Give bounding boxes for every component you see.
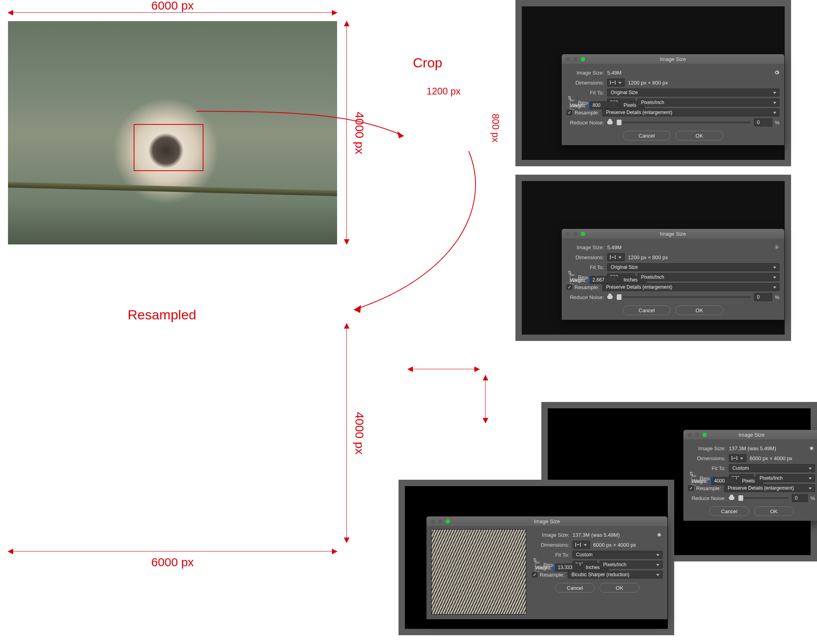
fit-to-select[interactable]: Original Size — [607, 89, 780, 97]
image-size-dialog-1: Image Size Image Size: 5.49M Dimensions:… — [562, 54, 784, 145]
dim-label-resampled-height: 4000 px — [353, 323, 366, 543]
height-label: Height: — [692, 478, 711, 484]
gear-icon[interactable] — [774, 70, 780, 75]
height-input[interactable] — [711, 477, 736, 485]
reduce-noise-label: Reduce Noise: — [566, 294, 607, 300]
resample-checkbox[interactable]: ✓ — [532, 572, 537, 577]
dialog-titlebar[interactable]: Image Size — [562, 229, 784, 238]
reduce-noise-input[interactable] — [792, 494, 808, 502]
resampled-title: Resampled — [128, 307, 196, 323]
link-icon[interactable]: ⇅ — [567, 270, 572, 276]
fit-to-select[interactable]: Custom — [729, 464, 815, 472]
cropped-bird-image — [408, 327, 480, 375]
reduce-noise-slider[interactable] — [617, 296, 751, 298]
dimensions-unit-menu[interactable] — [607, 253, 625, 261]
dimensions-label: Dimensions: — [688, 455, 729, 461]
gear-icon[interactable] — [774, 244, 780, 250]
resolution-unit-select[interactable]: Pixels/Inch — [637, 98, 780, 106]
dimensions-unit-menu[interactable] — [572, 541, 590, 549]
resample-method-select[interactable]: Preserve Details (enlargement) — [724, 484, 815, 492]
dimensions-unit-menu[interactable] — [729, 454, 746, 462]
ok-button[interactable]: OK — [600, 583, 639, 593]
height-label: Height: — [570, 102, 590, 108]
percent-suffix: % — [810, 495, 815, 501]
cancel-button[interactable]: Cancel — [555, 583, 595, 593]
resolution-unit-select[interactable]: Pixels/Inch — [637, 273, 780, 281]
image-size-value: 137.3M (was 5.49M) — [572, 532, 620, 538]
link-icon[interactable]: ⇅ — [567, 95, 572, 101]
reduce-noise-label: Reduce Noise: — [688, 495, 729, 501]
reduce-noise-input[interactable] — [754, 118, 772, 126]
dim-arrow-crop-height — [485, 375, 485, 423]
reduce-noise-slider[interactable] — [738, 497, 789, 499]
ok-button[interactable]: OK — [675, 131, 723, 140]
height-label: Height: — [570, 277, 590, 283]
image-size-value: 5.49M — [607, 70, 622, 76]
ps-window-4: Image Size Image Size: 137.3M (was 5.49M… — [399, 480, 674, 635]
dialog-titlebar[interactable]: Image Size — [562, 54, 784, 64]
resampled-bird-image — [8, 595, 337, 644]
dimensions-icon — [575, 543, 581, 547]
resolution-unit-select[interactable]: Pixels/Inch — [600, 561, 663, 569]
gear-icon[interactable]: ✱ — [809, 445, 815, 451]
resample-label: Resample: — [574, 110, 599, 116]
height-label: Height: — [535, 565, 555, 571]
dim-arrow-resampled-width — [8, 551, 337, 551]
height-input[interactable] — [590, 101, 618, 109]
gear-icon[interactable]: ✱ — [657, 532, 663, 538]
percent-suffix: % — [775, 294, 780, 300]
image-size-label: Image Size: — [566, 70, 607, 76]
link-icon[interactable]: ⇅ — [689, 471, 694, 477]
dimensions-value: 6000 px × 4000 px — [750, 455, 792, 461]
dim-arrow-resampled-height — [346, 323, 347, 543]
dialog-titlebar[interactable]: Image Size — [683, 430, 817, 439]
dim-label-resampled-width: 6000 px — [8, 555, 337, 569]
image-size-value: 5.49M — [607, 244, 622, 250]
resample-label: Resample: — [540, 572, 564, 578]
fit-to-label: Fit To: — [688, 465, 729, 471]
dimensions-unit-menu[interactable] — [607, 79, 625, 87]
resample-method-select[interactable]: Preserve Details (enlargement) — [602, 283, 780, 291]
resample-checkbox[interactable]: ✓ — [688, 485, 694, 491]
resample-method-select[interactable]: Bicubic Sharper (reduction) — [568, 571, 663, 579]
noise-icon — [607, 295, 613, 299]
ok-button[interactable]: OK — [754, 506, 794, 516]
cancel-button[interactable]: Cancel — [623, 305, 671, 315]
ok-button[interactable]: OK — [675, 305, 723, 315]
dim-arrow-crop-width — [408, 369, 480, 369]
dimensions-label: Dimensions: — [566, 254, 607, 260]
cancel-button[interactable]: Cancel — [709, 506, 749, 516]
fit-to-select[interactable]: Original Size — [607, 263, 780, 271]
dimensions-value: 6000 px × 4000 px — [593, 542, 636, 548]
fit-to-label: Fit To: — [566, 264, 607, 270]
percent-suffix: % — [775, 120, 780, 126]
cancel-button[interactable]: Cancel — [623, 131, 671, 140]
reduce-noise-label: Reduce Noise: — [566, 120, 607, 126]
image-size-dialog-3: Image Size Image Size: 137.3M (was 5.49M… — [683, 430, 817, 521]
height-input[interactable] — [590, 276, 618, 284]
dimensions-value: 1200 px × 800 px — [628, 254, 668, 260]
fit-to-select[interactable]: Custom — [572, 551, 663, 559]
dialog-titlebar[interactable]: Image Size — [426, 516, 667, 526]
svg-marker-0 — [397, 131, 404, 138]
resample-method-select[interactable]: Preserve Details (enlargement) — [602, 108, 780, 116]
svg-marker-1 — [354, 305, 361, 313]
resample-checkbox[interactable]: ✓ — [566, 110, 572, 115]
reduce-noise-input[interactable] — [754, 293, 772, 301]
reduce-noise-slider[interactable] — [617, 122, 751, 123]
image-size-label: Image Size: — [566, 244, 607, 250]
dimensions-icon — [610, 81, 616, 85]
resample-checkbox[interactable]: ✓ — [566, 284, 572, 290]
dialog-title: Image Size — [562, 231, 784, 237]
dimensions-icon — [732, 456, 737, 460]
flow-arrow-resample — [349, 150, 493, 317]
link-icon[interactable]: ⇅ — [533, 557, 537, 563]
resolution-unit-select[interactable]: Pixels/Inch — [756, 474, 815, 482]
ps-window-1: Image Size Image Size: 5.49M Dimensions:… — [515, 0, 791, 166]
noise-icon — [729, 496, 734, 500]
branch — [8, 182, 337, 197]
dimensions-icon — [610, 255, 616, 259]
image-size-label: Image Size: — [532, 532, 572, 538]
height-input[interactable] — [555, 563, 580, 571]
crop-title: Crop — [413, 55, 442, 71]
